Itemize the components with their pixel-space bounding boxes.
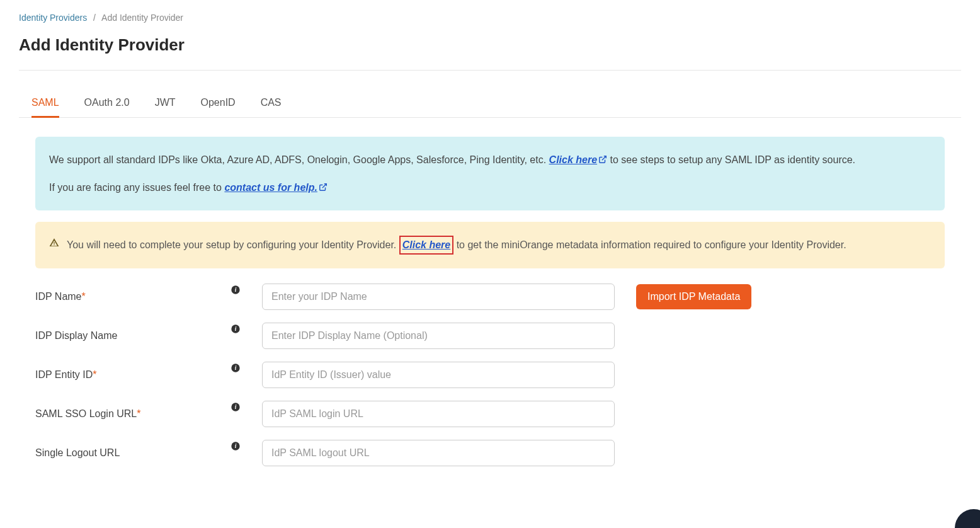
svg-text:i: i bbox=[235, 443, 237, 449]
info-text-1: We support all standard IDPs like Okta, … bbox=[49, 154, 549, 165]
info-link-contact[interactable]: contact us for help. bbox=[224, 182, 328, 193]
svg-line-1 bbox=[322, 183, 326, 187]
warning-icon bbox=[49, 238, 59, 248]
svg-text:i: i bbox=[235, 326, 237, 332]
tab-openid[interactable]: OpenID bbox=[201, 89, 236, 118]
breadcrumb-separator: / bbox=[93, 13, 96, 23]
form-row-idp-display-name: IDP Display Name i bbox=[35, 323, 945, 349]
external-link-icon bbox=[319, 183, 328, 192]
required-asterisk: * bbox=[137, 408, 140, 419]
form-row-saml-sso-login-url: SAML SSO Login URL* i bbox=[35, 401, 945, 427]
info-icon[interactable]: i bbox=[231, 441, 241, 451]
info-link-click-here[interactable]: Click here bbox=[549, 154, 607, 165]
warn-text-1: You will need to complete your setup by … bbox=[67, 239, 399, 250]
input-idp-name[interactable] bbox=[262, 284, 615, 310]
form-row-single-logout-url: Single Logout URL i bbox=[35, 440, 945, 466]
tab-cas[interactable]: CAS bbox=[261, 89, 282, 118]
info-text-2: to see steps to setup any SAML IDP as id… bbox=[607, 154, 855, 165]
info-icon[interactable]: i bbox=[231, 363, 241, 373]
label-idp-display-name: IDP Display Name bbox=[35, 330, 224, 341]
svg-text:i: i bbox=[235, 287, 237, 293]
required-asterisk: * bbox=[93, 369, 96, 380]
external-link-icon bbox=[598, 155, 607, 164]
tab-saml[interactable]: SAML bbox=[31, 89, 59, 118]
import-idp-metadata-button[interactable]: Import IDP Metadata bbox=[636, 284, 751, 309]
label-idp-entity-id: IDP Entity ID* bbox=[35, 369, 224, 381]
info-icon[interactable]: i bbox=[231, 285, 241, 295]
warn-link-click-here[interactable]: Click here bbox=[402, 239, 450, 250]
highlight-box: Click here bbox=[399, 236, 453, 255]
input-single-logout-url[interactable] bbox=[262, 440, 615, 466]
svg-text:i: i bbox=[235, 365, 237, 371]
tab-jwt[interactable]: JWT bbox=[155, 89, 176, 118]
breadcrumb-parent-link[interactable]: Identity Providers bbox=[19, 13, 87, 23]
label-saml-sso-login-url: SAML SSO Login URL* bbox=[35, 408, 224, 420]
required-asterisk: * bbox=[82, 291, 86, 302]
tabs-container: SAML OAuth 2.0 JWT OpenID CAS bbox=[19, 89, 961, 118]
input-idp-display-name[interactable] bbox=[262, 323, 615, 349]
divider bbox=[19, 70, 961, 71]
info-box: We support all standard IDPs like Okta, … bbox=[35, 137, 945, 210]
info-icon[interactable]: i bbox=[231, 324, 241, 334]
info-icon[interactable]: i bbox=[231, 402, 241, 412]
warn-text-2: to get the miniOrange metadata informati… bbox=[453, 239, 846, 250]
svg-line-0 bbox=[602, 156, 606, 160]
form-row-idp-entity-id: IDP Entity ID* i bbox=[35, 362, 945, 388]
warning-box: You will need to complete your setup by … bbox=[35, 222, 945, 268]
page-title: Add Identity Provider bbox=[19, 35, 961, 55]
form-row-idp-name: IDP Name* i Import IDP Metadata bbox=[35, 284, 945, 310]
label-idp-name: IDP Name* bbox=[35, 291, 224, 302]
info-text-3: If you are facing any issues feel free t… bbox=[49, 182, 224, 193]
tab-oauth[interactable]: OAuth 2.0 bbox=[84, 89, 130, 118]
label-single-logout-url: Single Logout URL bbox=[35, 447, 224, 459]
input-saml-sso-login-url[interactable] bbox=[262, 401, 615, 427]
breadcrumb: Identity Providers / Add Identity Provid… bbox=[19, 13, 961, 23]
svg-text:i: i bbox=[235, 404, 237, 410]
breadcrumb-current: Add Identity Provider bbox=[101, 13, 183, 23]
input-idp-entity-id[interactable] bbox=[262, 362, 615, 388]
